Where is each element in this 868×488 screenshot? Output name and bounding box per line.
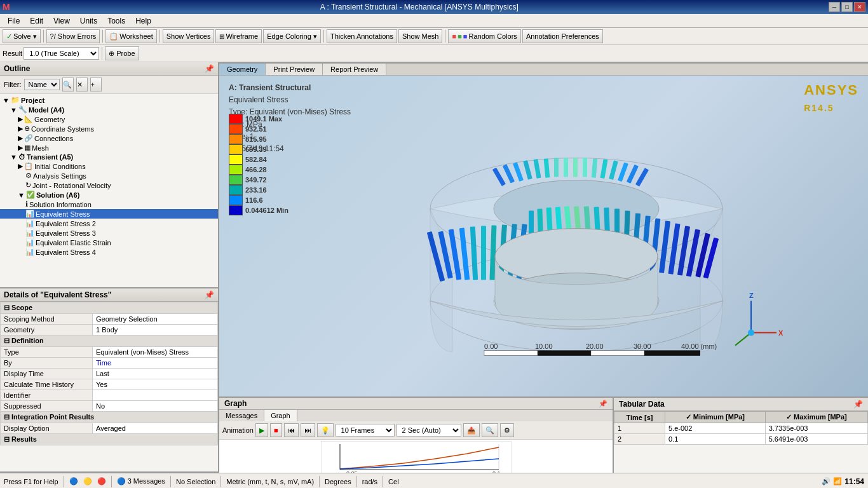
status-sep6 [356,476,357,487]
maximize-button[interactable]: □ [841,2,853,12]
cel-label: Cel [388,478,399,485]
svg-rect-50 [635,168,648,186]
tree-transient[interactable]: ▼ ⏱ Transient (A5) [0,152,218,161]
light-bulb-button[interactable]: 💡 [317,423,334,437]
graph-pin-icon[interactable]: 📌 [599,400,607,408]
time-col-header: Time [s] [614,412,665,423]
info-icon: ℹ [25,200,28,208]
solution-info-label: Solution Information [29,201,92,208]
show-mesh-button[interactable]: Show Mesh [398,29,442,43]
details-pin-icon[interactable]: 📌 [205,290,214,299]
tree-mesh[interactable]: ▶ ▦ Mesh [0,143,218,152]
row2-t: 0.1 [665,434,766,445]
scale-label-5: 466.28 [245,166,267,173]
menu-units[interactable]: Units [75,15,102,27]
scale-row-9: 0.044612 Min [229,205,288,215]
worksheet-icon: 📋 [109,32,118,41]
show-vertices-button[interactable]: Show Vertices [163,29,215,43]
menu-help[interactable]: Help [130,15,156,27]
tree-joint-rot-vel[interactable]: ↻ Joint - Rotational Velocity [0,180,218,190]
tree-equiv-stress-2[interactable]: 📊 Equivalent Stress 2 [0,219,218,228]
svg-rect-48 [618,162,628,182]
graph-tab-graph[interactable]: Graph [264,410,297,421]
identifier-row: Identifier [1,390,218,401]
frame-back-button[interactable]: ⏮ [284,423,299,437]
tree-init-cond[interactable]: ▶ 📋 Initial Conditions [0,161,218,171]
export-button[interactable]: 📤 [463,423,480,437]
play-button[interactable]: ▶ [255,423,268,437]
tree-equiv-stress-3[interactable]: 📊 Equivalent Stress 3 [0,228,218,238]
menu-edit[interactable]: Edit [25,15,48,27]
tree-geometry[interactable]: ▶ 📐 Geometry [0,114,218,124]
edge-coloring-button[interactable]: Edge Coloring ▾ [263,29,321,43]
filter-select[interactable]: Name [24,79,60,90]
tree-solution[interactable]: ▼ ✅ Solution (A6) [0,190,218,200]
svg-rect-38 [523,160,532,180]
viewport-3d[interactable]: A: Transient Structural Equivalent Stres… [219,76,868,396]
close-button[interactable]: ✕ [854,2,865,12]
tree-project[interactable]: ▼ 📁 Project [0,95,218,105]
geometry-icon: 📐 [24,115,33,123]
random-colors-button[interactable]: ■■■ Random Colors [448,29,520,43]
show-errors-button[interactable]: ?/ Show Errors [46,29,100,43]
details-header: Details of "Equivalent Stress" 📌 [0,288,218,302]
tabular-row-2: 2 0.1 5.6491e-003 [614,434,868,445]
zoom-in-graph[interactable]: 🔍 [482,423,498,437]
status-sep5 [319,476,320,487]
solve-button[interactable]: ✓ Solve ▾ [3,29,41,43]
equiv-stress4-label: Equivalent Stress 4 [36,248,96,256]
elastic-strain-label: Equivalent Elastic Strain [36,239,111,247]
scale-color-5 [229,165,243,175]
row2-index: 2 [614,434,665,445]
geo-tab-print[interactable]: Print Preview [266,64,323,75]
minimize-button[interactable]: ─ [829,2,840,12]
geo-tab-report[interactable]: Report Preview [323,64,386,75]
init-icon: 📋 [24,162,33,170]
worksheet-button[interactable]: 📋 Worksheet [105,29,156,43]
probe-button[interactable]: ⊕ Probe [105,46,139,60]
geo-tab-geometry[interactable]: Geometry [219,64,266,75]
outline-header: Outline 📌 [0,62,218,76]
sec-select[interactable]: 2 Sec (Auto) [397,424,461,437]
tree-coord-systems[interactable]: ▶ ⊕ Coordinate Systems [0,124,218,133]
filter-apply-button[interactable]: 🔍 [62,78,74,92]
filter-expand-button[interactable]: + [90,78,102,92]
app-icon: M [3,2,10,12]
statusbar: Press F1 for Help 🔵 🟡 🔴 🔵 3 Messages No … [0,473,868,488]
bottom-area: Graph 📌 Messages Graph Animation ▶ ■ ⏮ ⏭… [219,396,868,473]
messages-tab[interactable]: Messages [219,410,264,421]
by-key: By [1,358,93,369]
frame-fwd-button[interactable]: ⏭ [301,423,315,437]
outline-pin-icon[interactable]: 📌 [205,64,214,73]
thicken-button[interactable]: Thicken Annotations [327,29,397,43]
tree-elastic-strain[interactable]: 📊 Equivalent Elastic Strain [0,238,218,247]
tree-analysis-settings[interactable]: ⚙ Analysis Settings [0,171,218,180]
tree-equiv-stress-4[interactable]: 📊 Equivalent Stress 4 [0,247,218,257]
graph-options[interactable]: ⚙ [500,423,514,437]
stop-button[interactable]: ■ [270,423,282,437]
menu-file[interactable]: File [3,15,25,27]
tree-solution-info[interactable]: ℹ Solution Information [0,200,218,209]
frames-select[interactable]: 10 Frames [336,424,395,437]
svg-rect-10 [481,226,486,280]
calc-time-val: Yes [93,379,218,390]
graph-title: Graph [224,399,247,408]
svg-rect-47 [609,160,618,180]
display-time-row: Display Time Last [1,369,218,379]
coord-label: Coordinate Systems [31,125,94,133]
filter-clear-button[interactable]: ✕ [76,78,88,92]
result-select[interactable]: 1.0 (True Scale) [24,47,99,60]
joint-label: Joint - Rotational Velocity [32,182,111,189]
svg-rect-41 [554,158,559,177]
tree-model[interactable]: ▼ 🔧 Model (A4) [0,105,218,114]
geometry-val: 1 Body [93,325,218,336]
titlebar: M A : Transient Structural - Mechanical … [0,0,868,14]
tree-connections[interactable]: ▶ 🔗 Connections [0,133,218,143]
tabular-pin-icon[interactable]: 📌 [853,400,863,409]
annotation-prefs-button[interactable]: Annotation Preferences [522,29,603,43]
tree-equiv-stress[interactable]: 📊 Equivalent Stress [0,209,218,219]
wireframe-button[interactable]: ⊞ Wireframe [215,29,262,43]
menu-tools[interactable]: Tools [102,15,130,27]
menu-view[interactable]: View [48,15,75,27]
suppressed-row: Suppressed No [1,401,218,412]
